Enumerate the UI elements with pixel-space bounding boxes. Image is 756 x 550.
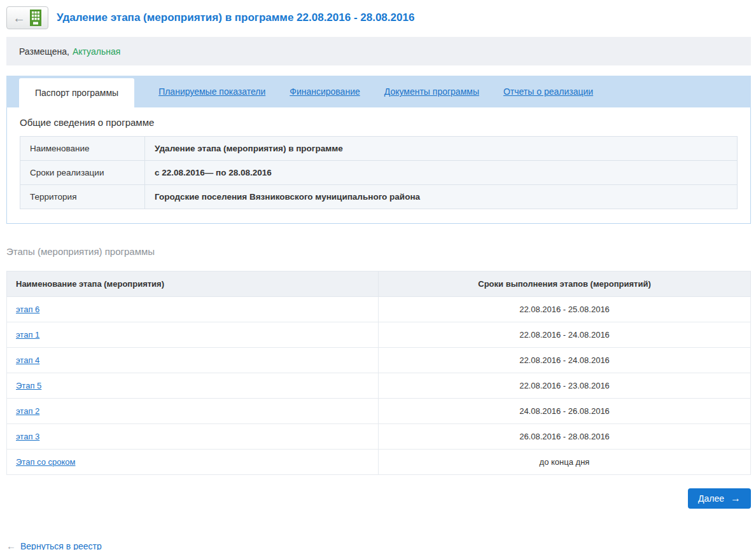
stage-period-cell: 22.08.2016 - 24.08.2016 (379, 322, 751, 348)
passport-field-value: Удаление этапа (мероприятия) в программе (145, 137, 738, 161)
tab-2[interactable]: Финансирование (290, 86, 360, 97)
arrow-right-icon: → (731, 493, 741, 504)
passport-row: ТерриторияГородские поселения Вязниковск… (20, 185, 738, 209)
table-row: Этап 522.08.2016 - 23.08.2016 (7, 373, 751, 399)
passport-field-value: с 22.08.2016— по 28.08.2016 (145, 161, 738, 185)
stage-period-cell: 26.08.2016 - 28.08.2016 (379, 424, 751, 450)
stage-period-cell: 22.08.2016 - 25.08.2016 (379, 297, 751, 322)
stage-period-cell: до конца дня (379, 450, 751, 475)
passport-table: НаименованиеУдаление этапа (мероприятия)… (20, 136, 738, 209)
actions-row: Далее → (6, 488, 751, 509)
stage-name-cell: этап 1 (7, 322, 379, 348)
stage-period-cell: 22.08.2016 - 23.08.2016 (379, 373, 751, 399)
tabs-panel: Паспорт программыПланируемые показателиФ… (6, 76, 751, 224)
stages-header-row: Наименование этапа (мероприятия) Сроки в… (7, 272, 751, 297)
tab-0-active[interactable]: Паспорт программы (19, 78, 134, 107)
table-row: этап 622.08.2016 - 25.08.2016 (7, 297, 751, 322)
stages-table-body: этап 622.08.2016 - 25.08.2016этап 122.08… (7, 297, 751, 475)
column-header-stage-period: Сроки выполнения этапов (мероприятий) (379, 272, 751, 297)
page-title: Удаление этапа (мероприятия) в программе… (57, 11, 414, 24)
status-state: Размещена, (19, 46, 69, 57)
table-row: Этап со срокомдо конца дня (7, 450, 751, 475)
footer-arrow-left-icon: ← (6, 540, 16, 550)
column-header-stage-name: Наименование этапа (мероприятия) (7, 272, 379, 297)
page: ← Удаление этапа (мероприятия) в прогр (0, 0, 756, 550)
stage-name-cell: Этап со сроком (7, 450, 379, 475)
passport-row: Сроки реализациис 22.08.2016— по 28.08.2… (20, 161, 738, 185)
stage-link[interactable]: Этап 5 (16, 381, 41, 390)
stage-period-cell: 22.08.2016 - 24.08.2016 (379, 348, 751, 373)
tab-4[interactable]: Отчеты о реализации (503, 86, 593, 97)
passport-field-value: Городские поселения Вязниковского муници… (145, 185, 738, 209)
stage-link[interactable]: Этап со сроком (16, 457, 75, 467)
stages-section-title: Этапы (мероприятия) программы (6, 246, 751, 257)
arrow-left-icon: ← (13, 11, 25, 24)
passport-section-title: Общие сведения о программе (20, 117, 738, 128)
stages-table-head: Наименование этапа (мероприятия) Сроки в… (7, 272, 751, 297)
stage-link[interactable]: этап 1 (16, 330, 39, 340)
stage-link[interactable]: этап 6 (16, 305, 39, 314)
return-to-registry-link[interactable]: Вернуться в реестр (20, 541, 102, 550)
table-row: этап 326.08.2016 - 28.08.2016 (7, 424, 751, 450)
status-bar: Размещена, Актуальная (6, 37, 751, 65)
passport-field-label: Наименование (20, 137, 145, 161)
passport-field-label: Территория (20, 185, 145, 209)
building-icon (29, 10, 42, 26)
back-button[interactable]: ← (6, 6, 48, 29)
passport-row: НаименованиеУдаление этапа (мероприятия)… (20, 137, 738, 161)
passport-panel: Общие сведения о программе НаименованиеУ… (6, 107, 751, 224)
stage-link[interactable]: этап 2 (16, 406, 39, 416)
tab-3[interactable]: Документы программы (384, 86, 479, 97)
stages-table: Наименование этапа (мероприятия) Сроки в… (6, 271, 751, 475)
passport-field-label: Сроки реализации (20, 161, 145, 185)
tab-1[interactable]: Планируемые показатели (158, 86, 265, 97)
table-row: этап 224.08.2016 - 26.08.2016 (7, 399, 751, 424)
table-row: этап 422.08.2016 - 24.08.2016 (7, 348, 751, 373)
stage-period-cell: 24.08.2016 - 26.08.2016 (379, 399, 751, 424)
tab-strip: Паспорт программыПланируемые показателиФ… (6, 76, 751, 107)
next-button[interactable]: Далее → (688, 488, 751, 509)
footer: ← Вернуться в реестр (6, 540, 751, 550)
stage-name-cell: Этап 5 (7, 373, 379, 399)
stage-name-cell: этап 3 (7, 424, 379, 450)
stage-link[interactable]: этап 4 (16, 355, 39, 365)
header: ← Удаление этапа (мероприятия) в прогр (6, 5, 751, 31)
next-button-label: Далее (698, 493, 724, 504)
stage-name-cell: этап 2 (7, 399, 379, 424)
table-row: этап 122.08.2016 - 24.08.2016 (7, 322, 751, 348)
stage-name-cell: этап 6 (7, 297, 379, 322)
stage-link[interactable]: этап 3 (16, 432, 39, 441)
stage-name-cell: этап 4 (7, 348, 379, 373)
status-relevance: Актуальная (73, 46, 120, 57)
passport-table-body: НаименованиеУдаление этапа (мероприятия)… (20, 137, 738, 209)
